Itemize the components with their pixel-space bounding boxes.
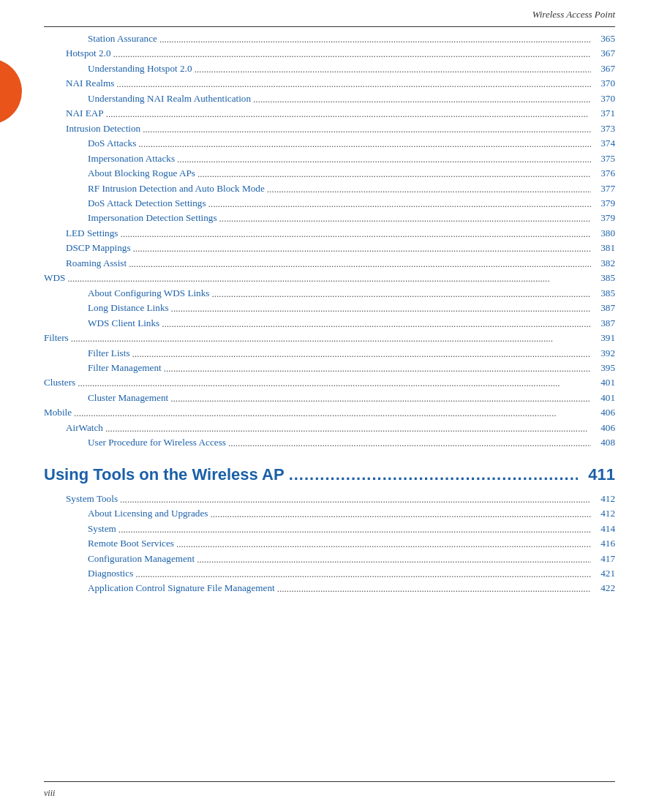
toc-entry[interactable]: Impersonation Detection Settings .......…: [44, 211, 615, 225]
toc-page-num: 377: [593, 181, 615, 196]
toc-dots: ........................................…: [277, 582, 591, 596]
toc-page-num: 382: [593, 256, 615, 271]
toc-entry-text: DoS Attacks: [88, 136, 136, 151]
toc-page-num: 421: [593, 566, 615, 581]
toc-entry[interactable]: AirWatch ...............................…: [44, 421, 615, 435]
toc-entry[interactable]: Configuration Management ...............…: [44, 552, 615, 566]
toc-dots: ........................................…: [162, 317, 591, 331]
toc-entry[interactable]: Clusters ...............................…: [44, 375, 615, 390]
toc-entry[interactable]: WDS Client Links .......................…: [44, 316, 615, 331]
toc-dots: ........................................…: [105, 421, 591, 436]
toc-content: Station Assurance ......................…: [44, 27, 615, 451]
toc-entry-text: NAI Realms: [66, 76, 114, 91]
toc-entry[interactable]: DoS Attacks ............................…: [44, 136, 615, 151]
toc-entry[interactable]: Hotspot 2.0 ............................…: [44, 46, 615, 61]
toc-entry-text: User Procedure for Wireless Access: [88, 435, 226, 450]
toc-entry-text: System Tools: [66, 492, 118, 506]
toc-entry-text: Intrusion Detection: [66, 121, 140, 136]
toc-entry[interactable]: LED Settings ...........................…: [44, 226, 615, 241]
toc-entry[interactable]: Filter Lists ...........................…: [44, 346, 615, 361]
page-container: Wireless Access Point Station Assurance …: [0, 0, 659, 812]
toc-page-num: 385: [593, 271, 615, 285]
toc-page-num: 414: [593, 522, 615, 536]
toc-dots: ........................................…: [118, 522, 591, 537]
toc-page-num: 370: [593, 76, 615, 91]
toc-page-num: 381: [593, 241, 615, 255]
toc-dots: ........................................…: [197, 167, 591, 181]
toc-page-num: 365: [593, 31, 615, 46]
toc-entry-text: RF Intrusion Detection and Auto Block Mo…: [88, 181, 265, 196]
toc-entry[interactable]: About Blocking Rogue APs ...............…: [44, 166, 615, 181]
toc-page-num: 392: [593, 346, 615, 361]
toc-entry-text: Filter Management: [88, 361, 162, 375]
toc-entry[interactable]: Application Control Signature File Manag…: [44, 581, 615, 595]
toc-entry[interactable]: Diagnostics ............................…: [44, 566, 615, 581]
toc-entry-text: LED Settings: [66, 226, 118, 241]
toc-entry[interactable]: Filters ................................…: [44, 331, 615, 345]
toc-dots: ........................................…: [113, 47, 591, 61]
footer-page: viii: [44, 788, 55, 798]
toc-page-num: 385: [593, 286, 615, 301]
toc-dots: ........................................…: [135, 567, 591, 582]
toc-entry[interactable]: System Tools ...........................…: [44, 492, 615, 506]
toc-entry[interactable]: User Procedure for Wireless Access .....…: [44, 435, 615, 450]
toc-entry[interactable]: Understanding NAI Realm Authentication .…: [44, 91, 615, 106]
toc-entry[interactable]: RF Intrusion Detection and Auto Block Mo…: [44, 181, 615, 196]
toc-entry[interactable]: Station Assurance ......................…: [44, 31, 615, 46]
toc-entry-text: Station Assurance: [88, 31, 157, 46]
toc-entry-text: Understanding Hotspot 2.0: [88, 61, 192, 76]
toc-entry[interactable]: Cluster Management .....................…: [44, 391, 615, 405]
toc-page-num: 380: [593, 226, 615, 241]
toc-page-num: 391: [593, 331, 615, 345]
toc-entry[interactable]: Remote Boot Services ...................…: [44, 536, 615, 551]
toc-entry-text: Clusters: [44, 375, 75, 390]
toc-entry[interactable]: WDS ....................................…: [44, 271, 615, 285]
toc-page-num: 376: [593, 166, 615, 181]
toc-entry[interactable]: NAI Realms .............................…: [44, 76, 615, 91]
toc-entry-text: Diagnostics: [88, 566, 133, 581]
toc-dots: ........................................…: [171, 301, 591, 316]
toc-entry[interactable]: Mobile .................................…: [44, 405, 615, 420]
toc-dots: ........................................…: [164, 361, 591, 376]
toc-entry[interactable]: Roaming Assist .........................…: [44, 256, 615, 271]
toc-entry[interactable]: About Licensing and Upgrades ...........…: [44, 506, 615, 521]
toc-entry[interactable]: System .................................…: [44, 522, 615, 536]
toc-entry[interactable]: Intrusion Detection ....................…: [44, 121, 615, 136]
toc-page-num: 367: [593, 61, 615, 76]
toc-entry-text: NAI EAP: [66, 106, 104, 121]
toc-page-num: 373: [593, 121, 615, 136]
toc-after-heading: System Tools ...........................…: [44, 487, 615, 596]
toc-entry[interactable]: Long Distance Links ....................…: [44, 301, 615, 315]
toc-entry[interactable]: DoS Attack Detection Settings ..........…: [44, 196, 615, 211]
toc-page-num: 422: [593, 581, 615, 595]
toc-dots: ........................................…: [132, 347, 591, 361]
toc-entry-text: DSCP Mappings: [66, 241, 131, 255]
toc-entry[interactable]: About Configuring WDS Links ............…: [44, 286, 615, 301]
toc-entry[interactable]: Understanding Hotspot 2.0 ..............…: [44, 61, 615, 76]
toc-dots: ........................................…: [133, 241, 591, 256]
toc-dots: ........................................…: [267, 182, 591, 197]
toc-dots: ........................................…: [219, 211, 591, 226]
toc-page-num: 412: [593, 506, 615, 521]
toc-entry-text: WDS: [44, 271, 65, 285]
toc-dots: ........................................…: [253, 92, 591, 107]
toc-dots: ........................................…: [120, 227, 591, 241]
toc-dots: ........................................…: [228, 436, 591, 451]
section-heading-dots: ........................................…: [289, 465, 578, 484]
toc-page-num: 374: [593, 136, 615, 151]
toc-page-num: 367: [593, 46, 615, 61]
toc-dots: ........................................…: [67, 271, 591, 286]
toc-page-num: 416: [593, 536, 615, 551]
toc-entry[interactable]: NAI EAP ................................…: [44, 106, 615, 121]
toc-dots: ........................................…: [129, 257, 591, 271]
toc-page-num: 387: [593, 316, 615, 331]
toc-entry[interactable]: Filter Management ......................…: [44, 361, 615, 375]
toc-entry[interactable]: DSCP Mappings ..........................…: [44, 241, 615, 255]
toc-dots: ........................................…: [177, 152, 591, 167]
toc-entry-text: Mobile: [44, 405, 72, 420]
page-header: Wireless Access Point: [44, 0, 615, 27]
toc-entry-text: About Blocking Rogue APs: [88, 166, 195, 181]
toc-page-num: 401: [593, 375, 615, 390]
toc-entry[interactable]: Impersonation Attacks ..................…: [44, 151, 615, 166]
toc-entry-text: Long Distance Links: [88, 301, 169, 315]
